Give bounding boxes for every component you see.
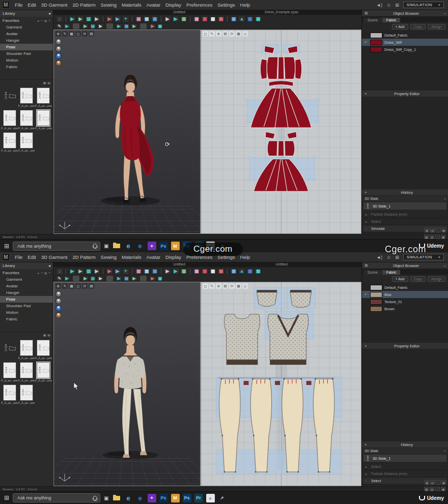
toolbar-icon[interactable]: ▤	[85, 16, 92, 22]
toolbar-icon[interactable]: ▦	[217, 16, 225, 22]
toolbar-icon[interactable]: ▦	[135, 16, 142, 22]
menu-item[interactable]: 2D Pattern	[70, 2, 98, 8]
toolbar-icon[interactable]: ▤	[90, 276, 96, 281]
avatar-head-icon[interactable]	[56, 39, 61, 44]
avatar-bust-icon[interactable]	[56, 299, 61, 304]
taskbar-app-icon[interactable]: e	[124, 494, 133, 502]
viewport-tool-icon[interactable]: ⟳	[82, 31, 88, 37]
history-row[interactable]: ▸ Select	[363, 463, 447, 470]
favorites-tool-icon[interactable]: +	[41, 271, 43, 275]
toolbar-icon[interactable]: ▦	[143, 16, 150, 22]
toolbar-icon[interactable]	[103, 16, 103, 22]
menu-item[interactable]: Avatar	[144, 2, 163, 8]
menu-item[interactable]: Settings	[215, 2, 237, 8]
start-button[interactable]: ⊞	[4, 243, 9, 250]
toolbar-icon[interactable]	[227, 16, 228, 22]
menu-item[interactable]: 3D Garment	[39, 2, 70, 8]
view-mode-icon[interactable]: ▦	[425, 480, 429, 485]
viewport-tool-icon[interactable]: ◻	[203, 283, 208, 289]
favorites-tool-icon[interactable]: ▤	[44, 271, 47, 275]
taskbar-app-icon[interactable]: M	[171, 242, 180, 250]
toolbar-icon[interactable]	[161, 269, 161, 274]
favorites-tool-icon[interactable]: ×	[48, 271, 50, 275]
search-box[interactable]	[13, 493, 100, 502]
pose-thumbnail[interactable]: F_A_po...pos	[18, 110, 34, 130]
viewport-tool-icon[interactable]: ▤	[89, 283, 94, 289]
pose-icon[interactable]	[56, 53, 61, 58]
fabric-row[interactable]: ✓ Default_Fabric	[362, 284, 448, 291]
history-state-item[interactable]: 3D State_1	[363, 202, 447, 210]
add-fabric-button[interactable]: + Add	[392, 24, 408, 29]
toolbar-icon[interactable]: ▤	[180, 16, 187, 22]
viewport-tool-icon[interactable]: ▤	[89, 31, 94, 37]
history-row[interactable]: ▸ Select	[363, 218, 447, 225]
fabric-row[interactable]: ✓ Dress_Stiff	[362, 39, 448, 46]
toolbar-icon[interactable]: ▶	[93, 268, 100, 275]
toolbar-icon[interactable]: ▶	[131, 23, 137, 29]
volume-icon[interactable]: ◄)	[376, 3, 382, 8]
avatar-bust-icon[interactable]	[56, 46, 61, 51]
toolbar-icon[interactable]: ▶	[69, 268, 76, 275]
pose-thumbnail[interactable]: F_A_po...pos	[2, 132, 17, 152]
toolbar-icon[interactable]: ▶	[116, 23, 122, 29]
fabric-row[interactable]: ✓ Dress_Stiff_Copy_1	[362, 46, 448, 53]
toolbar-icon[interactable]: ▦	[157, 23, 163, 29]
pose-icon[interactable]	[56, 306, 61, 311]
microphone-icon[interactable]	[93, 496, 97, 500]
toolbar-icon[interactable]	[106, 23, 113, 29]
toolbar-icon[interactable]: ▲	[238, 268, 245, 275]
task-view-icon[interactable]: ▣	[104, 243, 108, 249]
tab[interactable]: Scene	[363, 270, 382, 275]
toolbar-icon[interactable]: ▤	[180, 268, 187, 275]
taskbar-app-icon[interactable]: Ps	[159, 494, 168, 502]
toolbar-icon[interactable]: ✎	[56, 276, 63, 281]
pin-icon[interactable]: ▪	[444, 12, 445, 15]
search-input[interactable]	[16, 495, 91, 501]
toolbar-icon[interactable]: ▶	[82, 276, 89, 281]
toolbar-icon[interactable]: ▦	[209, 16, 216, 22]
menu-item[interactable]: 2D Pattern	[70, 254, 98, 260]
tab[interactable]: Fabric	[382, 18, 400, 22]
simulation-dropdown[interactable]: SIMULATION ▾	[403, 2, 444, 8]
tab[interactable]: Fabric	[382, 270, 400, 275]
layout-icon[interactable]: ▤	[430, 234, 434, 239]
fabric-row[interactable]: ✓ Brown	[362, 305, 448, 312]
view-mode-icon[interactable]: ▤	[47, 333, 50, 337]
fabric-row[interactable]: ✓ Blue	[362, 291, 448, 298]
menu-item[interactable]: Materials	[119, 254, 144, 260]
toolbar-icon[interactable]	[161, 16, 161, 22]
toolbar-icon[interactable]	[190, 16, 190, 22]
pose-thumbnail[interactable]: F_A_po...pos	[36, 362, 51, 382]
library-item[interactable]: Pose	[0, 296, 53, 303]
favorites-tool-icon[interactable]: ▤	[44, 19, 47, 22]
viewport-tool-icon[interactable]: ▤	[222, 31, 228, 37]
library-item[interactable]: Garment	[0, 276, 53, 283]
pose-thumbnail[interactable]: F_A_po...pos	[18, 340, 34, 360]
viewport-3d[interactable]: ⊕✎▦◻⟳▤	[53, 29, 201, 234]
viewport-tool-icon[interactable]: ✎	[209, 283, 215, 289]
toolbar-icon[interactable]: ▦	[230, 268, 237, 275]
toolbar-icon[interactable]: ▦	[143, 268, 150, 275]
user-icon[interactable]: ☺	[386, 255, 391, 260]
viewport-tool-icon[interactable]: ▦	[69, 31, 74, 37]
viewport-2d[interactable]: ◻✎⊕▤⟳▦◇	[201, 29, 361, 234]
toolbar-icon[interactable]: ▦	[230, 16, 237, 22]
taskbar-app-icon[interactable]: ▲	[206, 494, 215, 502]
pose-thumbnail[interactable]: F_A_po...pos	[18, 362, 34, 382]
toolbar-icon[interactable]: ▶	[164, 268, 171, 275]
collapse-icon[interactable]: ◂	[365, 190, 367, 194]
viewport-tool-icon[interactable]: ◻	[75, 31, 81, 37]
pose-thumbnail[interactable]: F_A_po...pos	[18, 384, 34, 404]
pose-thumbnail[interactable]: F_A_po...pos	[18, 132, 34, 152]
vest-front-piece[interactable]	[268, 314, 309, 365]
toolbar-icon[interactable]: ✎	[56, 23, 63, 29]
toolbar-icon[interactable]: ▦	[193, 16, 200, 22]
viewport-tool-icon[interactable]: ▦	[236, 31, 241, 37]
favorites-tool-icon[interactable]: +	[41, 19, 43, 22]
favorites-tool-icon[interactable]: ▸	[38, 271, 39, 275]
taskbar-app-icon[interactable]: e	[136, 242, 145, 250]
toolbar-icon[interactable]: +	[122, 16, 129, 22]
layout-icon[interactable]: ▤	[430, 487, 434, 491]
favorites-tool-icon[interactable]: ×	[48, 19, 50, 22]
toolbar-icon[interactable]: ▦	[151, 16, 158, 22]
